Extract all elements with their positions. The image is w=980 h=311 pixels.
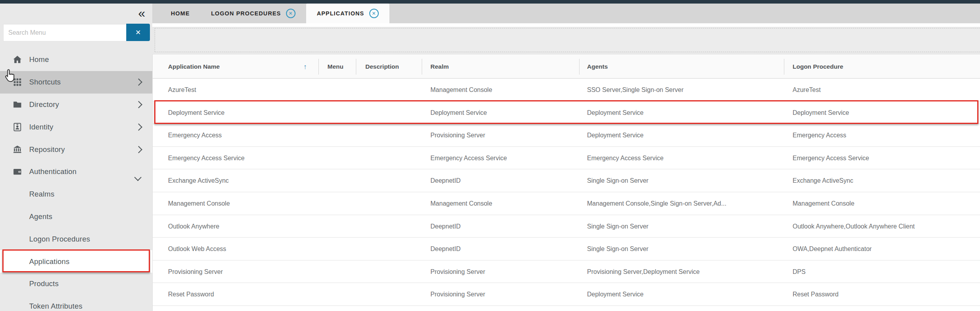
sidebar-item-token-attributes[interactable]: Token Attributes: [0, 295, 152, 311]
table-row[interactable]: Provisioning ServerProvisioning ServerPr…: [153, 260, 980, 283]
cell-logon: OWA,Deepnet Authenticator: [793, 238, 872, 260]
sidebar-item-logon-procedures[interactable]: Logon Procedures: [0, 228, 152, 250]
sidebar-item-repository[interactable]: Repository: [0, 138, 152, 161]
cell-agents: Deployment Service: [587, 101, 643, 124]
sidebar-item-label: Logon Procedures: [29, 235, 90, 244]
chevron-down-icon: [134, 174, 141, 181]
cell-logon: Emergency Access Service: [793, 147, 869, 170]
column-header-agents[interactable]: Agents: [587, 54, 608, 79]
sidebar-menu: Home Shortcuts Directory Identity Reposi…: [0, 49, 152, 311]
sidebar-item-shortcuts[interactable]: Shortcuts: [0, 71, 152, 94]
cell-name: Outlook Web Access: [168, 238, 226, 260]
column-header-menu[interactable]: Menu: [327, 54, 343, 79]
sidebar-item-identity[interactable]: Identity: [0, 116, 152, 138]
highlight-box: [2, 249, 150, 272]
column-separator: [422, 59, 422, 75]
sidebar-item-directory[interactable]: Directory: [0, 94, 152, 116]
cell-agents: SSO Server,Single Sign-on Server: [587, 79, 684, 101]
table-body: AzureTestManagement ConsoleSSO Server,Si…: [153, 79, 980, 306]
table-row[interactable]: Reset PasswordProvisioning ServerDeploym…: [153, 283, 980, 306]
cell-agents: Single Sign-on Server: [587, 169, 649, 192]
cell-name: Emergency Access Service: [168, 147, 245, 170]
sidebar-item-label: Repository: [29, 145, 65, 154]
column-separator: [579, 59, 580, 75]
sidebar-item-label: Home: [29, 55, 49, 64]
column-separator: [784, 59, 784, 75]
cell-logon: Deployment Service: [793, 101, 849, 124]
top-title-bar: [0, 0, 980, 4]
main-area: HOME LOGON PROCEDURES ✕ APPLICATIONS ✕ A…: [152, 4, 980, 311]
sidebar-collapse-icon[interactable]: «: [138, 7, 145, 19]
sidebar-item-label: Products: [29, 279, 59, 288]
chevron-right-icon: [135, 124, 142, 131]
column-header-realm[interactable]: Realm: [430, 54, 449, 79]
table-row[interactable]: AzureTestManagement ConsoleSSO Server,Si…: [153, 79, 980, 101]
tab-home[interactable]: HOME: [160, 4, 200, 23]
tab-logon-procedures[interactable]: LOGON PROCEDURES ✕: [200, 4, 306, 23]
table-row[interactable]: Outlook Web AccessDeepnetIDSingle Sign-o…: [153, 238, 980, 260]
column-header-logon[interactable]: Logon Procedure: [793, 54, 843, 79]
column-header-name[interactable]: Application Name: [168, 54, 220, 79]
row-highlight-box: [154, 100, 978, 124]
cell-realm: Provisioning Server: [430, 124, 485, 147]
tab-close-icon[interactable]: ✕: [369, 9, 379, 18]
sort-ascending-icon: ↑: [303, 54, 307, 79]
sidebar-item-label: Applications: [29, 257, 69, 266]
cell-logon: Reset Password: [793, 283, 839, 306]
cell-realm: Provisioning Server: [430, 260, 485, 283]
bank-icon: [12, 144, 23, 155]
cell-name: AzureTest: [168, 79, 196, 101]
sidebar-item-label: Token Attributes: [29, 302, 82, 311]
sidebar-search: ✕: [3, 24, 150, 41]
sidebar-item-label: Shortcuts: [29, 78, 61, 86]
tab-label: LOGON PROCEDURES: [211, 10, 281, 17]
sidebar: « ✕ Home Shortcuts Directory Identity Re…: [0, 4, 153, 311]
cell-agents: Management Console,Single Sign-on Server…: [587, 192, 726, 215]
sidebar-item-home[interactable]: Home: [0, 49, 152, 71]
sidebar-item-products[interactable]: Products: [0, 273, 152, 295]
clear-icon: ✕: [135, 28, 141, 37]
cell-agents: Emergency Access Service: [587, 147, 664, 170]
table-row[interactable]: Outlook AnywhereDeepnetIDSingle Sign-on …: [153, 215, 980, 238]
table-row[interactable]: Emergency Access ServiceEmergency Access…: [153, 147, 980, 170]
cell-agents: Single Sign-on Server: [587, 215, 649, 238]
tab-close-icon[interactable]: ✕: [286, 9, 295, 18]
cell-realm: Emergency Access Service: [430, 147, 507, 170]
tab-applications[interactable]: APPLICATIONS ✕: [306, 4, 389, 23]
home-icon: [12, 54, 23, 65]
table-row[interactable]: Emergency AccessProvisioning ServerDeplo…: [153, 124, 980, 147]
grid-icon: [12, 77, 23, 88]
tab-label: APPLICATIONS: [317, 10, 364, 17]
column-header-description[interactable]: Description: [365, 54, 399, 79]
cell-realm: Provisioning Server: [430, 283, 485, 306]
chevron-right-icon: [135, 146, 142, 153]
cell-realm: Deployment Service: [430, 101, 487, 124]
table-row[interactable]: Exchange ActiveSyncDeepnetIDSingle Sign-…: [153, 169, 980, 192]
toolbar-dashed-panel: [155, 28, 980, 52]
cell-name: Emergency Access: [168, 124, 222, 147]
cell-logon: Management Console: [793, 192, 855, 215]
column-separator: [318, 59, 319, 75]
sidebar-item-realms[interactable]: Realms: [0, 183, 152, 206]
sidebar-item-label: Directory: [29, 100, 59, 109]
sidebar-item-authentication[interactable]: Authentication: [0, 161, 152, 183]
cell-agents: Provisioning Server,Deployment Service: [587, 260, 699, 283]
cell-realm: Management Console: [430, 79, 492, 101]
cell-name: Deployment Service: [168, 101, 224, 124]
sidebar-item-applications[interactable]: Applications: [0, 250, 152, 273]
cell-realm: DeepnetID: [430, 215, 461, 238]
sidebar-item-agents[interactable]: Agents: [0, 206, 152, 228]
cell-name: Provisioning Server: [168, 260, 223, 283]
table-row[interactable]: Management ConsoleManagement ConsoleMana…: [153, 192, 980, 215]
tab-bar: HOME LOGON PROCEDURES ✕ APPLICATIONS ✕: [152, 4, 980, 23]
search-input[interactable]: [3, 24, 126, 41]
table-row[interactable]: Deployment ServiceDeployment ServiceDepl…: [153, 101, 980, 124]
cell-name: Reset Password: [168, 283, 214, 306]
cell-logon: DPS: [793, 260, 806, 283]
tab-label: HOME: [171, 10, 190, 17]
sidebar-item-label: Agents: [29, 212, 52, 221]
search-clear-button[interactable]: ✕: [126, 24, 150, 41]
cell-realm: Management Console: [430, 192, 492, 215]
cell-name: Outlook Anywhere: [168, 215, 219, 238]
cell-agents: Deployment Service: [587, 283, 643, 306]
